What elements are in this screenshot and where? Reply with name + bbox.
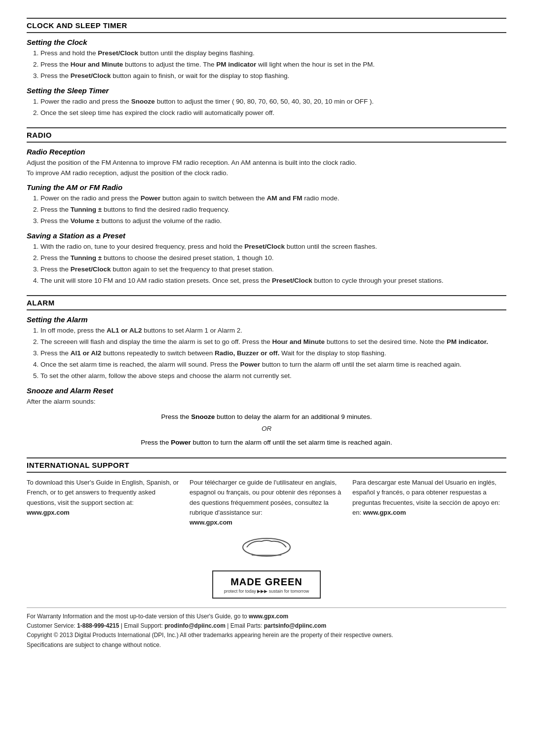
list-item: The unit will store 10 FM and 10 AM radi… — [40, 276, 506, 286]
intl-col-french: Pour télécharger ce guide de l'utilisate… — [190, 478, 343, 528]
list-item: Press the Volume ± buttons to adjust the… — [40, 216, 506, 227]
list-item: Once the set sleep time has expired the … — [40, 108, 506, 118]
clock-sleep-timer-header: CLOCK AND SLEEP TIMER — [27, 18, 506, 33]
footer: For Warranty Information and the most up… — [27, 607, 506, 650]
list-item: Once the set alarm time is reached, the … — [40, 360, 506, 370]
international-support-header: INTERNATIONAL SUPPORT — [27, 457, 506, 473]
list-item: Press the Preset/Clock button again to s… — [40, 265, 506, 275]
setting-sleep-timer-title: Setting the Sleep Timer — [27, 86, 506, 95]
list-item: Press the Tunning ± buttons to choose th… — [40, 253, 506, 264]
leaf-svg — [237, 536, 296, 564]
made-green-subtitle: protect for today ▶▶▶ sustain for tomorr… — [224, 589, 309, 594]
snooze-reset-intro: After the alarm sounds: — [27, 397, 506, 407]
list-item: To set the other alarm, follow the above… — [40, 371, 506, 381]
setting-alarm-title: Setting the Alarm — [27, 315, 506, 324]
or-divider: OR — [27, 425, 506, 432]
footer-line1-text: For Warranty Information and the most up… — [27, 613, 249, 620]
snooze-reset-title: Snooze and Alarm Reset — [27, 386, 506, 395]
page: CLOCK AND SLEEP TIMER Setting the Clock … — [0, 0, 533, 756]
intl-spanish-text: Para descargar este Manual del Usuario e… — [352, 479, 500, 506]
list-item: With the radio on, tune to your desired … — [40, 242, 506, 252]
footer-line4: Specifications are subject to change wit… — [27, 641, 506, 650]
footer-email2: partsinfo@dpiinc.com — [264, 622, 326, 629]
radio-header: RADIO — [27, 127, 506, 143]
footer-line1: For Warranty Information and the most up… — [27, 612, 506, 621]
footer-line2: Customer Service: 1-888-999-4215 | Email… — [27, 621, 506, 631]
power-press-text: Press the Power button to turn the alarm… — [27, 437, 506, 449]
saving-preset-title: Saving a Station as a Preset — [27, 231, 506, 240]
setting-clock-title: Setting the Clock — [27, 38, 506, 46]
list-item: Press the Tunning ± buttons to find the … — [40, 205, 506, 215]
list-item: The screeen will flash and display the t… — [40, 337, 506, 347]
leaf-image — [212, 536, 321, 566]
footer-sep1: | Email Support: — [119, 622, 164, 629]
list-item: Press and hold the Preset/Clock button u… — [40, 48, 506, 59]
footer-customer-service-label: Customer Service: — [27, 622, 77, 629]
setting-clock-list: Press and hold the Preset/Clock button u… — [40, 48, 506, 81]
list-item: Power the radio and press the Snooze but… — [40, 97, 506, 107]
made-green-logo: MADE GREEN protect for today ▶▶▶ sustain… — [212, 570, 321, 599]
svg-point-0 — [243, 538, 290, 556]
radio-reception-body: Adjust the position of the FM Antenna to… — [27, 158, 506, 179]
radio-reception-title: Radio Reception — [27, 148, 506, 156]
intl-english-url: www.gpx.com — [27, 509, 70, 516]
setting-sleep-timer-list: Power the radio and press the Snooze but… — [40, 97, 506, 118]
list-item: In off mode, press the AL1 or AL2 button… — [40, 326, 506, 336]
footer-line1-url: www.gpx.com — [249, 613, 288, 620]
list-item: Press the Al1 or Al2 buttons repeatedly … — [40, 348, 506, 359]
tuning-title: Tuning the AM or FM Radio — [27, 183, 506, 191]
intl-english-text: To download this User's Guide in English… — [27, 479, 179, 506]
logo-area: MADE GREEN protect for today ▶▶▶ sustain… — [27, 536, 506, 599]
footer-phone: 1-888-999-4215 — [77, 622, 119, 629]
snooze-press-text: Press the Snooze button to delay the ala… — [27, 412, 506, 423]
made-green-title: MADE GREEN — [224, 576, 309, 588]
footer-email1: prodinfo@dpiinc.com — [164, 622, 226, 629]
intl-french-url: www.gpx.com — [190, 519, 232, 526]
intl-spanish-url: www.gpx.com — [363, 509, 406, 516]
intl-col-spanish: Para descargar este Manual del Usuario e… — [352, 478, 506, 528]
list-item: Press the Hour and Minute buttons to adj… — [40, 60, 506, 70]
alarm-header: ALARM — [27, 295, 506, 310]
tuning-list: Power on the radio and press the Power b… — [40, 193, 506, 227]
list-item: Power on the radio and press the Power b… — [40, 193, 506, 204]
saving-preset-list: With the radio on, tune to your desired … — [40, 242, 506, 286]
list-item: Press the Preset/Clock button again to f… — [40, 71, 506, 81]
intl-col-english: To download this User's Guide in English… — [27, 478, 181, 528]
made-green-logo-container: MADE GREEN protect for today ▶▶▶ sustain… — [212, 536, 321, 599]
setting-alarm-list: In off mode, press the AL1 or AL2 button… — [40, 326, 506, 381]
footer-line3: Copyright © 2013 Digital Products Intern… — [27, 631, 506, 640]
international-grid: To download this User's Guide in English… — [27, 478, 506, 528]
intl-french-text: Pour télécharger ce guide de l'utilisate… — [190, 479, 341, 516]
footer-sep2: | Email Parts: — [226, 622, 264, 629]
